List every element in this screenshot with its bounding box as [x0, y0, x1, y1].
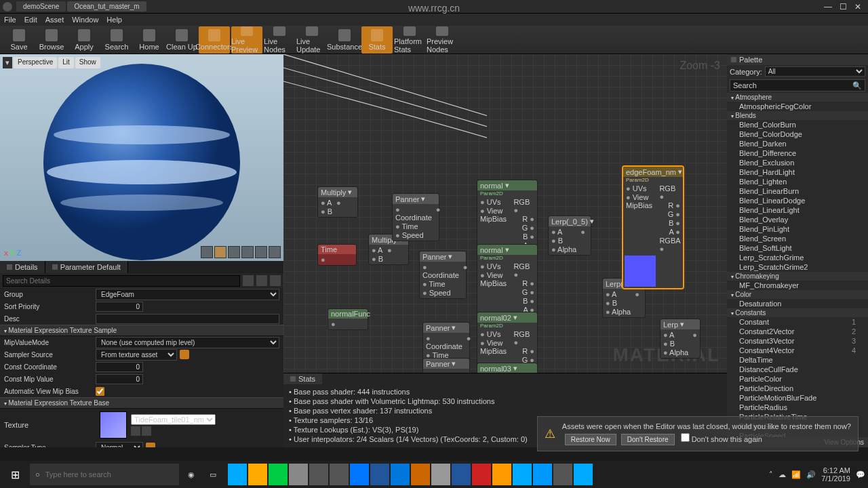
- notifications-icon[interactable]: 💬: [856, 470, 865, 479]
- palette-category[interactable]: Chromakeying: [727, 272, 868, 281]
- tray-volume-icon[interactable]: 🔊: [806, 470, 816, 479]
- node-time[interactable]: Time: [317, 244, 357, 266]
- prop-desc-input[interactable]: [96, 314, 279, 324]
- taskbar-app-icon[interactable]: [350, 464, 369, 485]
- tray-chevron-icon[interactable]: ˄: [769, 470, 773, 479]
- taskbar-app-icon[interactable]: [553, 464, 572, 485]
- node-panner[interactable]: Panner▾ CoordinateTimeSpeed: [392, 193, 439, 241]
- tab-stats[interactable]: Stats: [283, 373, 322, 384]
- taskbar-search-input[interactable]: [45, 470, 174, 479]
- tray-wifi-icon[interactable]: 📶: [791, 470, 801, 479]
- material-graph[interactable]: Zoom -3 MATERIAL Multiply▾ AB Time Multi…: [283, 54, 727, 373]
- cortana-icon[interactable]: ◉: [182, 470, 201, 479]
- toolbar-apply-button[interactable]: Apply: [68, 26, 100, 54]
- palette-item[interactable]: Desaturation: [727, 299, 868, 308]
- taskbar-app-icon[interactable]: [228, 464, 247, 485]
- titlebar-tab-demoscene[interactable]: demoScene: [16, 1, 66, 12]
- palette-search-input[interactable]: Search🔍: [730, 79, 865, 92]
- palette-category-select[interactable]: All: [765, 66, 865, 77]
- toolbar-live-preview-button[interactable]: Live Preview: [231, 26, 262, 54]
- taskbar-app-icon[interactable]: [431, 464, 450, 485]
- window-maximize-icon[interactable]: ☐: [835, 2, 850, 12]
- tab-details[interactable]: Details: [0, 261, 45, 273]
- menu-edit[interactable]: Edit: [24, 16, 37, 24]
- taskbar-app-icon[interactable]: [269, 464, 288, 485]
- tab-parameter-default[interactable]: Parameter Default: [45, 261, 128, 273]
- taskbar-app-icon[interactable]: [248, 464, 267, 485]
- palette-item[interactable]: MF_Chromakeyer: [727, 281, 868, 290]
- prop-autobias-checkbox[interactable]: [96, 387, 104, 396]
- taskbar-search[interactable]: ○: [30, 464, 179, 485]
- vp-shape-teapot-icon[interactable]: [255, 246, 267, 258]
- tray-cloud-icon[interactable]: ☁: [778, 470, 786, 479]
- toolbar-stats-button[interactable]: Stats: [361, 26, 393, 54]
- palette-item[interactable]: Blend_LinearBurn: [727, 186, 868, 196]
- node-texture-edgefoam[interactable]: edgeFoam_nm▾ Param2D UVsView MipBias RGB…: [623, 166, 684, 289]
- taskbar-app-icon[interactable]: [574, 464, 593, 485]
- taskbar-app-icon[interactable]: [370, 464, 389, 485]
- palette-item[interactable]: ParticleMotionBlurFade: [727, 393, 868, 403]
- node-normalfunc[interactable]: normalFunc: [328, 308, 368, 330]
- taskbar-app-icon[interactable]: [472, 464, 491, 485]
- toolbar-live-update-button[interactable]: Live Update: [296, 26, 328, 54]
- texture-thumbnail[interactable]: [100, 411, 127, 439]
- palette-item[interactable]: Blend_Exclusion: [727, 158, 868, 167]
- palette-item[interactable]: Blend_SoftLight: [727, 243, 868, 253]
- palette-category[interactable]: Color: [727, 290, 868, 299]
- toolbar-live-nodes-button[interactable]: Live Nodes: [264, 26, 295, 54]
- palette-item[interactable]: Blend_LinearDodge: [727, 196, 868, 205]
- toolbar-search-button[interactable]: Search: [101, 26, 132, 54]
- prop-constcoord-spinner[interactable]: 0: [96, 362, 143, 372]
- taskbar-app-icon[interactable]: [533, 464, 552, 485]
- viewport-lit-button[interactable]: Lit: [58, 57, 74, 68]
- prop-mipmode-select[interactable]: None (use computed mip level): [96, 337, 279, 348]
- prop-constmip-spinner[interactable]: 0: [96, 374, 143, 384]
- palette-item[interactable]: ParticleRadius: [727, 403, 868, 412]
- use-selected-icon[interactable]: [131, 426, 140, 436]
- toolbar-browse-button[interactable]: Browse: [36, 26, 67, 54]
- toolbar-platform-stats-button[interactable]: Platform Stats: [394, 26, 425, 54]
- node-multiply[interactable]: Multiply▾ AB: [317, 186, 358, 218]
- viewport-perspective-button[interactable]: Perspective: [14, 57, 57, 68]
- toolbar-home-button[interactable]: Home: [134, 26, 165, 54]
- node-lerp05[interactable]: Lerp(_0_5)▾ ABAlpha: [548, 216, 591, 256]
- node-lerp[interactable]: Lerp▾ ABAlpha: [660, 319, 701, 359]
- toolbar-save-button[interactable]: Save: [3, 26, 35, 54]
- browse-icon[interactable]: [142, 426, 151, 436]
- window-minimize-icon[interactable]: —: [821, 2, 835, 12]
- palette-item[interactable]: Blend_HardLight: [727, 167, 868, 177]
- prop-samplertype-select[interactable]: Normal: [96, 442, 143, 448]
- start-button[interactable]: ⊞: [3, 464, 27, 485]
- vp-shape-cube-icon[interactable]: [241, 246, 254, 258]
- node-texture-normal03[interactable]: normal03▾ UVsRGB: [477, 363, 538, 373]
- toolbar-clean-up-button[interactable]: Clean Up: [166, 26, 197, 54]
- viewport-dropdown-icon[interactable]: ▾: [3, 57, 12, 68]
- palette-item[interactable]: Constant2Vector2: [727, 327, 868, 336]
- menu-window[interactable]: Window: [72, 16, 98, 24]
- prop-group-select[interactable]: EdgeFoam: [96, 289, 279, 300]
- palette-category[interactable]: Constants: [727, 308, 868, 317]
- node-panner[interactable]: Panner▾ CoordinateTimeSpeed: [419, 251, 467, 299]
- window-close-icon[interactable]: ✕: [850, 2, 865, 12]
- palette-item[interactable]: Blend_ColorBurn: [727, 120, 868, 129]
- toolbar-substance-button[interactable]: Substance: [329, 26, 360, 54]
- palette-item[interactable]: Lerp_ScratchGrime: [727, 253, 868, 262]
- palette-item[interactable]: Blend_PinLight: [727, 224, 868, 234]
- taskbar-app-icon[interactable]: [330, 464, 349, 485]
- taskbar-app-icon[interactable]: [411, 464, 430, 485]
- prop-samplersource-select[interactable]: From texture asset: [96, 349, 177, 361]
- palette-item[interactable]: Lerp_ScratchGrime2: [727, 262, 868, 272]
- vp-shape-custom-icon[interactable]: [269, 246, 281, 258]
- reset-icon[interactable]: [146, 443, 155, 447]
- details-search-input[interactable]: [3, 275, 240, 287]
- palette-item[interactable]: ParticleColor: [727, 374, 868, 384]
- section-texture-sample[interactable]: Material Expression Texture Sample: [0, 325, 283, 336]
- taskbar-app-icon[interactable]: [289, 464, 308, 485]
- palette-list[interactable]: AtmosphereAtmosphericFogColorBlendsBlend…: [727, 93, 868, 437]
- taskbar-app-icon[interactable]: [452, 464, 471, 485]
- palette-item[interactable]: Constant1: [727, 317, 868, 327]
- task-view-icon[interactable]: ▭: [203, 470, 222, 479]
- taskbar-app-icon[interactable]: [391, 464, 410, 485]
- taskbar-time[interactable]: 6:12 AM: [821, 466, 850, 474]
- material-preview-viewport[interactable]: ▾ Perspective Lit Show X Y Z: [0, 54, 283, 261]
